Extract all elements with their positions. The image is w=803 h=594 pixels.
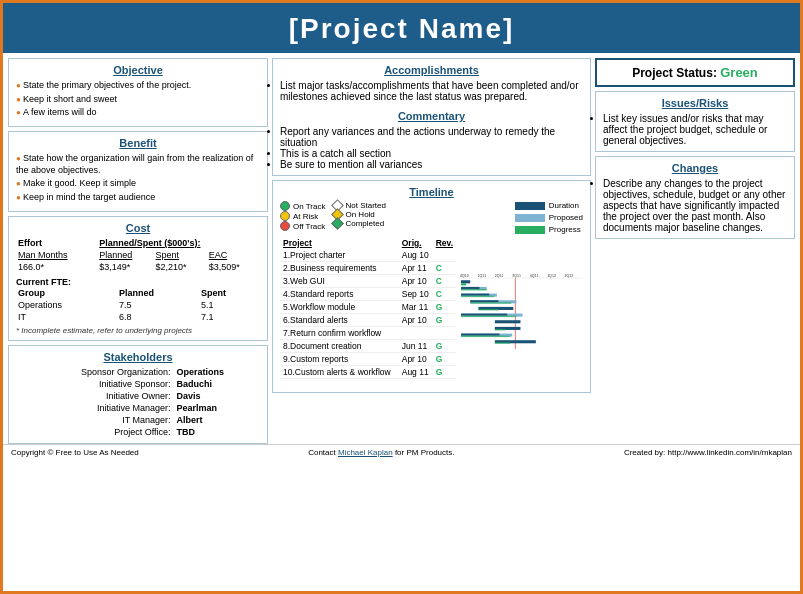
stakeholder-name-3: Pearlman — [175, 402, 260, 414]
bar-2-duration — [461, 287, 479, 289]
stakeholder-name-5: TBD — [175, 426, 260, 438]
project-status-panel: Project Status: Green — [595, 58, 795, 87]
changes-list: Describe any changes to the project obje… — [603, 178, 787, 233]
tl-flag-3: C — [432, 288, 456, 301]
fte-planned-1: 6.8 — [117, 311, 199, 323]
issues-title: Issues/Risks — [603, 97, 787, 109]
contact-text: Contact — [308, 448, 338, 457]
contact-link[interactable]: Michael Kaplan — [338, 448, 393, 457]
stakeholder-name-2: Davis — [175, 390, 260, 402]
fte-group-header: Group — [16, 287, 117, 299]
tl-orig-7: Jun 11 — [394, 340, 432, 353]
list-item: List major tasks/accomplishments that ha… — [280, 80, 583, 102]
created-by-text: Created by: http://www.linkedin.com/in/m… — [624, 448, 792, 457]
q-label-4: 4Q11 — [530, 274, 539, 278]
list-item: Be sure to mention all variances — [280, 159, 583, 170]
proposed-bar-icon — [515, 214, 545, 222]
completed-icon — [332, 217, 345, 230]
stakeholders-title: Stakeholders — [16, 351, 260, 363]
timeline-chart-area: Project Orig. Rev. 1.Project charter Aug… — [280, 237, 583, 387]
stakeholder-role-5: Project Office: — [16, 426, 175, 438]
planned-spent-label: Planned/Spent ($000's): — [99, 238, 200, 248]
middle-column: Accomplishments List major tasks/accompl… — [272, 58, 591, 444]
completed-label: Completed — [345, 219, 384, 228]
fte-spent-0: 5.1 — [199, 299, 260, 311]
list-item: Report any variances and the actions und… — [280, 126, 583, 148]
commentary-list: Report any variances and the actions und… — [280, 126, 583, 170]
legend-col-1: On Track At Risk Off Track — [280, 201, 325, 234]
timeline-legend-left: On Track At Risk Off Track — [280, 201, 386, 234]
at-risk-label: At Risk — [293, 212, 318, 221]
fte-table: Group Planned Spent Operations 7.5 5.1 I… — [16, 287, 260, 323]
project-status-line: Project Status: Green — [604, 65, 786, 80]
tl-header-row: Project Orig. Rev. — [280, 237, 456, 249]
tl-orig-4: Mar 11 — [394, 301, 432, 314]
bar-1-progress — [461, 283, 466, 285]
list-item: Make it good. Keep it simple — [16, 178, 260, 190]
progress-label: Progress — [549, 225, 581, 234]
stakeholder-row: Project Office: TBD — [16, 426, 260, 438]
tl-orig-8: Apr 10 — [394, 353, 432, 366]
tl-orig-1: Apr 11 — [394, 262, 432, 275]
legend-at-risk: At Risk — [280, 211, 325, 221]
proposed-legend: Proposed — [515, 213, 583, 222]
fte-planned-header: Planned — [117, 287, 199, 299]
man-months-value: 166.0* — [16, 261, 97, 273]
objective-title: Objective — [16, 64, 260, 76]
copyright-text: Copyright © Free to Use As Needed — [11, 448, 139, 457]
changes-title: Changes — [603, 162, 787, 174]
bar-6-duration — [461, 314, 507, 316]
timeline-title: Timeline — [280, 186, 583, 198]
tl-project-row-5: 6.Standard alerts Apr 10 G — [280, 314, 456, 327]
list-item: Keep in mind the target audience — [16, 192, 260, 204]
current-fte-section: Current FTE: Group Planned Spent Operati… — [16, 277, 260, 335]
tl-rev-0 — [432, 249, 456, 262]
stakeholder-role-3: Initiative Manager: — [16, 402, 175, 414]
issues-list: List key issues and/or risks that may af… — [603, 113, 787, 146]
spent-value: $2,210* — [154, 261, 207, 273]
stakeholders-panel: Stakeholders Sponsor Organization: Opera… — [8, 345, 268, 444]
legend-on-hold: On Hold — [333, 210, 385, 219]
bar-8-progress — [495, 329, 505, 331]
objective-list: State the primary objectives of the proj… — [16, 80, 260, 119]
tl-project-row-0: 1.Project charter Aug 10 — [280, 249, 456, 262]
benefit-list: State how the organization will gain fro… — [16, 153, 260, 204]
stakeholder-role-2: Initiative Owner: — [16, 390, 175, 402]
on-track-label: On Track — [293, 202, 325, 211]
stakeholders-table: Sponsor Organization: Operations Initiat… — [16, 366, 260, 438]
tl-flag-9: G — [432, 366, 456, 379]
project-status-label: Project Status: — [632, 66, 717, 80]
bar-5-progress — [478, 309, 499, 311]
bar-2-progress — [461, 289, 487, 291]
effort-label: Effort — [18, 238, 42, 248]
project-list-table: Project Orig. Rev. 1.Project charter Aug… — [280, 237, 456, 379]
cost-table: Effort Planned/Spent ($000's): Man Month… — [16, 237, 260, 273]
stakeholder-row: Initiative Manager: Pearlman — [16, 402, 260, 414]
gantt-chart-container: 4Q10 1Q11 2Q11 3Q11 4Q11 1Q12 2Q12 — [456, 237, 583, 387]
progress-legend: Progress — [515, 225, 583, 234]
objective-panel: Objective State the primary objectives o… — [8, 58, 268, 127]
gantt-svg: 4Q10 1Q11 2Q11 3Q11 4Q11 1Q12 2Q12 — [460, 237, 583, 385]
tl-flag-6 — [432, 327, 456, 340]
fte-row-operations: Operations 7.5 5.1 — [16, 299, 260, 311]
bar-4-progress — [470, 302, 511, 304]
tl-orig-5: Apr 10 — [394, 314, 432, 327]
tl-project-header: Project — [280, 237, 394, 249]
fte-row-it: IT 6.8 7.1 — [16, 311, 260, 323]
q-label-0: 4Q10 — [460, 274, 469, 278]
list-item: State how the organization will gain fro… — [16, 153, 260, 176]
stakeholder-role-1: Initiative Sponsor: — [16, 378, 175, 390]
stakeholder-role-0: Sponsor Organization: — [16, 366, 175, 378]
tl-flag-1: C — [432, 262, 456, 275]
tl-orig-6 — [394, 327, 432, 340]
bar-9-progress — [461, 336, 510, 338]
stakeholder-name-4: Albert — [175, 414, 260, 426]
on-track-icon — [280, 201, 290, 211]
changes-panel: Changes Describe any changes to the proj… — [595, 156, 795, 239]
list-item: List key issues and/or risks that may af… — [603, 113, 787, 146]
bar-3-duration — [461, 294, 489, 296]
timeline-legend-row: On Track At Risk Off Track — [280, 201, 583, 234]
stakeholder-row: Initiative Sponsor: Baduchi — [16, 378, 260, 390]
not-started-label: Not Started — [345, 201, 385, 210]
duration-legend: Duration — [515, 201, 583, 210]
